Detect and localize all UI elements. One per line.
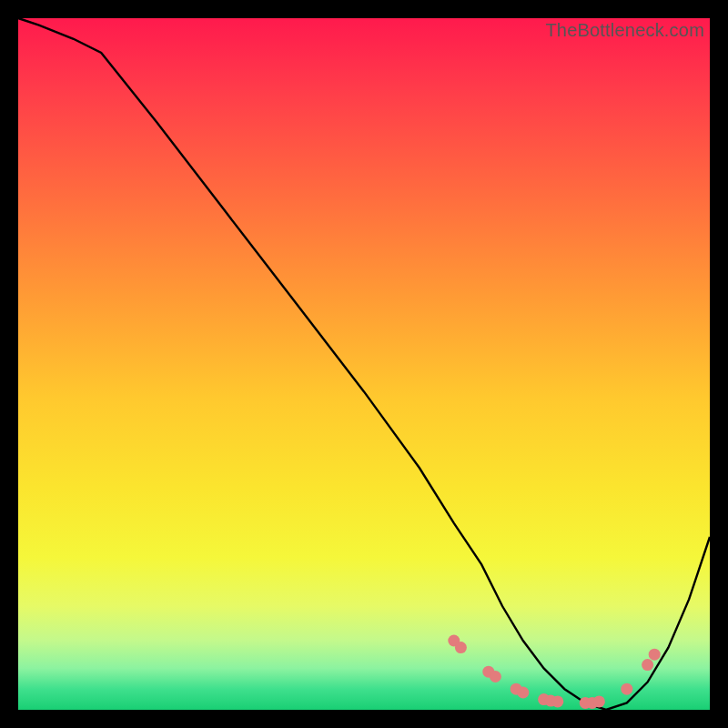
watermark-text: TheBottleneck.com bbox=[545, 20, 704, 41]
chart-svg bbox=[18, 18, 710, 710]
data-marker bbox=[490, 671, 501, 682]
data-marker bbox=[649, 649, 661, 661]
data-marker bbox=[551, 695, 563, 707]
data-marker bbox=[517, 687, 529, 699]
data-marker bbox=[642, 659, 653, 671]
data-markers bbox=[448, 635, 660, 709]
data-marker bbox=[621, 683, 632, 695]
data-marker bbox=[593, 695, 605, 707]
bottleneck-curve bbox=[18, 18, 710, 710]
chart-frame: TheBottleneck.com bbox=[18, 18, 710, 710]
data-marker bbox=[455, 642, 467, 653]
